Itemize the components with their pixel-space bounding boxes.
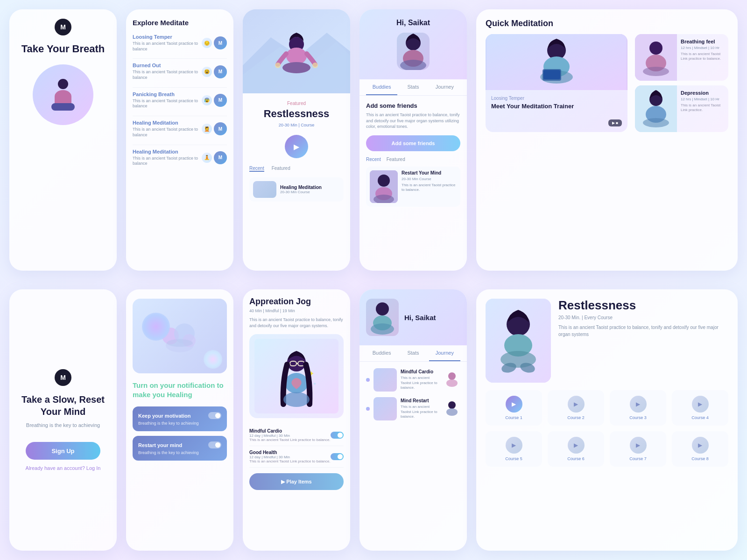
course-card-7[interactable]: ▶ Course 7	[610, 431, 666, 467]
svg-point-31	[446, 379, 458, 387]
notification-card-1[interactable]: Keep your motivation Breathing is the ke…	[133, 406, 227, 431]
signup-button[interactable]: Sign Up	[26, 442, 100, 460]
course-play-6[interactable]: ▶	[568, 437, 585, 454]
courses-grid: ▶ Course 1 ▶ Course 2 ▶ Course 3 ▶ Cours…	[486, 390, 728, 467]
course-play-2[interactable]: ▶	[568, 396, 585, 413]
greeting-title: Hi, Saikat	[366, 19, 460, 27]
journey-thumbnail-2	[374, 397, 397, 420]
course-card-8[interactable]: ▶ Course 8	[672, 431, 728, 467]
course-play-5[interactable]: ▶	[506, 437, 522, 454]
tab-featured[interactable]: Featured	[387, 157, 405, 162]
featured-meta: 20-30 Min | Course	[249, 123, 344, 127]
screen-featured: Featured Restlessness 20-30 Min | Course…	[243, 9, 350, 271]
screen2-subtitle: Breathing is the key to achieving	[26, 422, 100, 428]
journey-thumbnail-1	[374, 368, 397, 392]
featured-title: Restlessness	[249, 108, 344, 120]
tab-buddies[interactable]: Buddies	[366, 79, 397, 95]
list-item[interactable]: Loosing Temper This is an ancient Taoist…	[133, 34, 227, 52]
mini-card[interactable]: Healing Meditation 20-30 Min Course	[249, 177, 344, 202]
course-card-2[interactable]: ▶ Course 2	[548, 390, 604, 426]
qm-title: Quick Meditation	[486, 19, 728, 28]
m-badge: M	[214, 65, 227, 78]
course-label-6: Course 6	[553, 456, 599, 461]
restart-card[interactable]: Restart Your Mind 20-30 Min Course This …	[366, 167, 460, 207]
emoji-icon: 🧘	[202, 153, 212, 163]
m-badge: M	[214, 36, 227, 49]
course-play-7[interactable]: ▶	[630, 437, 647, 454]
notification-illustration	[133, 299, 227, 373]
course-play-1[interactable]: ▶	[506, 396, 522, 413]
tab-featured[interactable]: Featured	[272, 166, 290, 172]
svg-point-43	[643, 67, 669, 76]
tab-recent[interactable]: Recent	[366, 157, 381, 162]
side-card-meta-2: 12 hrs | Mindset | 10 Hr	[681, 97, 725, 101]
toggle-health[interactable]	[331, 453, 344, 460]
notification-card-2[interactable]: Restart your mind Breathing is the key t…	[133, 436, 227, 461]
side-card-desc-2: This is an ancient Taoist Link practice.	[681, 103, 725, 113]
list-item[interactable]: Burned Out This is an ancient Taoist pra…	[133, 63, 227, 80]
course-play-4[interactable]: ▶	[692, 396, 709, 413]
toggle-restart[interactable]	[208, 441, 221, 448]
qm-main-card[interactable]: Loosing Temper Meet Your Meditation Trai…	[486, 34, 627, 132]
journey-item-2[interactable]: Mind Restart This is an ancient Taolist …	[366, 397, 460, 420]
svg-point-19	[283, 392, 310, 407]
journey-name-2: Mind Restart	[401, 398, 440, 403]
course-item-1[interactable]: Mindful Cardio 12 day | Mindful | 30 Min…	[249, 425, 344, 446]
tab-stats[interactable]: Stats	[397, 79, 429, 95]
list-item[interactable]: Healing Meditation This is an ancient Ta…	[133, 120, 227, 138]
course-play-3[interactable]: ▶	[630, 396, 647, 413]
svg-point-9	[312, 63, 318, 68]
side-card-1[interactable]: Breathing feel 12 hrs | Mindset | 10 Hr …	[635, 34, 728, 81]
screen-take-breath: M Take Your Breath	[9, 9, 117, 271]
journey-figure-1	[444, 371, 460, 387]
meditation-illustration	[33, 64, 93, 125]
mini-card-thumbnail	[253, 181, 276, 198]
svg-point-41	[649, 42, 662, 55]
list-item[interactable]: Healing Meditation This is an ancient Ta…	[133, 149, 227, 167]
course-card-3[interactable]: ▶ Course 3	[610, 390, 666, 426]
login-prompt: Already have an account? Log In	[26, 465, 101, 471]
play-button[interactable]: ▶	[285, 135, 308, 158]
tab-buddies-2[interactable]: Buddies	[366, 345, 397, 361]
rest-title: Restlessness	[558, 299, 728, 312]
appre-desc: This is an ancient Taoist practice to ba…	[249, 317, 344, 329]
rest-desc: This is an ancient Taoist practice to ba…	[558, 324, 728, 338]
tab-journey[interactable]: Journey	[429, 79, 460, 95]
toggle-motivation[interactable]	[208, 412, 221, 419]
emoji-icon: 😫	[202, 67, 212, 77]
login-link[interactable]: Log In	[86, 465, 101, 471]
screen-notification: Turn on your notification to make you He…	[126, 289, 233, 551]
toggle-mindful[interactable]	[331, 432, 344, 439]
course-label-8: Course 8	[677, 456, 723, 461]
tab-stats-2[interactable]: Stats	[397, 345, 429, 361]
course-label-1: Course 1	[491, 415, 536, 420]
journey-figure-2	[444, 399, 460, 416]
restart-meta: 20-30 Min Course	[402, 177, 457, 181]
course-item-2[interactable]: Good Health 12 day | Mindful | 30 Min Th…	[249, 446, 344, 468]
svg-rect-39	[543, 70, 560, 79]
course-label-3: Course 3	[615, 415, 661, 420]
course-card-6[interactable]: ▶ Course 6	[548, 431, 604, 467]
side-card-name-1: Breathing feel	[681, 39, 725, 44]
course-card-1[interactable]: ▶ Course 1	[486, 390, 542, 426]
tab-recent[interactable]: Recent	[249, 166, 264, 172]
add-friends-button[interactable]: Add some friends	[366, 135, 460, 151]
tab-journey-2[interactable]: Journey	[429, 345, 460, 361]
nav-tabs: Buddies Stats Journey	[359, 79, 467, 96]
svg-point-30	[448, 372, 456, 380]
course-play-8[interactable]: ▶	[692, 437, 709, 454]
screen-quick-meditation: Quick Meditation	[476, 9, 738, 271]
journey-greeting: Hi, Saikat	[404, 314, 436, 322]
side-card-2[interactable]: Depression 12 hrs | Mindset | 10 Hr This…	[635, 85, 728, 132]
side-figure-2	[635, 85, 677, 132]
screen1-title: Take Your Breath	[21, 43, 105, 55]
course-card-4[interactable]: ▶ Course 4	[672, 390, 728, 426]
journey-item-1[interactable]: Mindful Cardio This is an ancient Taolis…	[366, 368, 460, 392]
svg-point-10	[282, 62, 310, 73]
course-card-5[interactable]: ▶ Course 5	[486, 431, 542, 467]
play-items-button[interactable]: ▶ Play Items	[249, 473, 344, 490]
list-item[interactable]: Panicking Breath This is an ancient Taoi…	[133, 91, 227, 109]
svg-point-7	[286, 48, 307, 64]
explore-title: Explore Meditate	[133, 19, 227, 27]
featured-hero	[243, 9, 350, 93]
